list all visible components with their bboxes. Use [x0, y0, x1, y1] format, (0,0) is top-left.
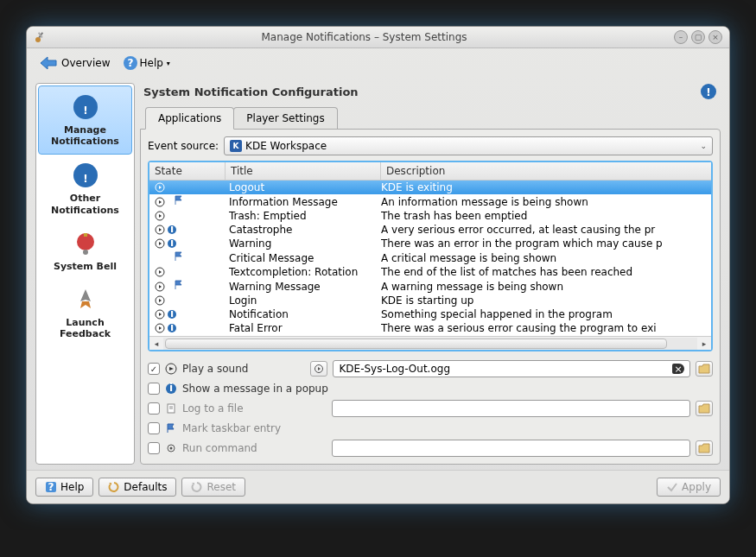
svg-text:?: ? — [127, 57, 133, 69]
row-state: i — [149, 309, 226, 320]
row-description: A warning message is being shown — [381, 281, 711, 293]
events-table: State Title Description LogoutKDE is exi… — [148, 161, 713, 351]
run-command-checkbox[interactable] — [148, 442, 160, 454]
row-state — [149, 195, 226, 208]
table-row[interactable]: Information MessageAn information messag… — [149, 194, 711, 209]
table-row[interactable]: Textcompletion: RotationThe end of the l… — [149, 265, 711, 279]
info-icon: ! — [72, 93, 99, 121]
svg-text:!: ! — [83, 173, 87, 185]
event-source-combo[interactable]: K KDE Workspace ⌄ — [224, 136, 713, 155]
table-row[interactable]: iFatal ErrorThere was a serious error ca… — [149, 321, 711, 335]
table-body[interactable]: LogoutKDE is exitingInformation MessageA… — [149, 180, 711, 336]
row-title: Information Message — [226, 196, 381, 208]
sidebar-item-3[interactable]: LaunchFeedback — [38, 279, 132, 346]
help-icon: ? — [123, 55, 138, 71]
row-state: i — [149, 225, 226, 235]
sidebar-item-label: System Bell — [54, 261, 117, 272]
row-description: There was an error in the program which … — [381, 237, 711, 250]
sidebar-item-1[interactable]: !OtherNotifications — [38, 155, 132, 222]
scroll-right-button[interactable]: ▸ — [697, 338, 711, 350]
row-description: The end of the list of matches has been … — [381, 266, 711, 278]
svg-rect-10 — [84, 233, 87, 237]
row-description: An information message is being shown — [381, 196, 711, 208]
row-title: Trash: Emptied — [226, 210, 381, 222]
table-row[interactable]: LoginKDE is starting up — [149, 294, 711, 307]
window-icon — [34, 30, 48, 44]
row-title: Logout — [226, 181, 381, 193]
mark-taskbar-label: Mark taskbar entry — [182, 422, 281, 434]
table-row[interactable]: iWarningThere was an error in the progra… — [149, 237, 711, 250]
row-title: Warning Message — [226, 281, 381, 293]
browse-log-button[interactable] — [696, 401, 713, 416]
column-title[interactable]: Title — [226, 162, 381, 180]
scroll-track[interactable] — [163, 338, 697, 350]
sidebar-item-label: ManageNotifications — [51, 124, 119, 147]
row-description: A critical message is being shown — [381, 252, 711, 264]
reset-button[interactable]: Reset — [181, 478, 245, 497]
table-row[interactable]: LogoutKDE is exiting — [149, 180, 711, 194]
show-popup-checkbox[interactable] — [148, 383, 160, 395]
sidebar-item-0[interactable]: !ManageNotifications — [38, 85, 132, 155]
event-source-label: Event source: — [148, 140, 219, 152]
column-state[interactable]: State — [149, 162, 226, 180]
popup-icon: i — [165, 383, 177, 395]
log-file-checkbox[interactable] — [148, 402, 160, 415]
svg-point-41 — [170, 447, 173, 450]
row-state: i — [149, 323, 226, 333]
svg-text:i: i — [170, 225, 174, 235]
tab-player-settings[interactable]: Player Settings — [233, 107, 337, 129]
reset-button-label: Reset — [206, 481, 236, 493]
row-state — [149, 267, 226, 277]
log-file-input[interactable] — [332, 400, 690, 417]
browse-command-button[interactable] — [696, 440, 713, 456]
table-row[interactable]: Logout CanceledKDE logout was canceled — [149, 335, 711, 336]
row-title: Notification — [226, 308, 381, 320]
browse-sound-button[interactable] — [696, 361, 713, 377]
help-label: Help — [140, 57, 163, 69]
help-button[interactable]: ? Help — [35, 478, 93, 497]
mark-taskbar-checkbox[interactable] — [148, 422, 160, 434]
overview-button[interactable]: Overview — [35, 54, 114, 73]
reset-icon — [191, 481, 203, 493]
defaults-button[interactable]: Defaults — [98, 478, 176, 497]
table-row[interactable]: iNotificationSomething special happened … — [149, 307, 711, 321]
content-header: System Notification Configuration ! — [140, 83, 721, 107]
row-description: A very serious error occurred, at least … — [381, 224, 711, 236]
row-state — [149, 182, 226, 193]
kde-icon: K — [230, 140, 242, 152]
minimize-button[interactable]: – — [674, 30, 688, 44]
defaults-icon — [108, 481, 120, 493]
table-row[interactable]: Warning MessageA warning message is bein… — [149, 279, 711, 294]
scroll-thumb[interactable] — [165, 339, 667, 349]
run-command-input[interactable] — [332, 440, 690, 457]
table-row[interactable]: Trash: EmptiedThe trash has been emptied — [149, 209, 711, 223]
svg-text:i: i — [170, 323, 174, 333]
row-state — [149, 211, 226, 221]
row-state — [149, 280, 226, 293]
run-command-label: Run command — [182, 442, 257, 454]
help-menu[interactable]: ? Help ▾ — [123, 55, 170, 71]
play-sound-checkbox[interactable] — [148, 363, 160, 375]
row-description: Something special happened in the progra… — [381, 308, 711, 320]
column-description[interactable]: Description — [381, 162, 711, 180]
scroll-left-button[interactable]: ◂ — [149, 338, 163, 350]
defaults-button-label: Defaults — [124, 481, 167, 493]
tab-applications[interactable]: Applications — [145, 107, 234, 130]
notification-options: Play a sound KDE-Sys-Log-Out.ogg × i Sho… — [148, 360, 713, 457]
table-row[interactable]: iCatastropheA very serious error occurre… — [149, 223, 711, 237]
svg-text:!: ! — [706, 86, 710, 98]
sidebar-item-2[interactable]: System Bell — [38, 223, 132, 279]
sound-file-input[interactable]: KDE-Sys-Log-Out.ogg × — [333, 360, 690, 377]
preview-sound-button[interactable] — [310, 361, 327, 377]
sidebar-item-label: LaunchFeedback — [60, 317, 111, 339]
table-row[interactable]: Critical MessageA critical message is be… — [149, 250, 711, 265]
close-button[interactable]: × — [708, 30, 722, 44]
clear-sound-button[interactable]: × — [672, 364, 684, 374]
maximize-button[interactable]: ▢ — [691, 30, 705, 44]
gear-icon — [165, 442, 177, 454]
page-title: System Notification Configuration — [143, 85, 700, 98]
chevron-down-icon: ▾ — [167, 60, 170, 67]
horizontal-scrollbar[interactable]: ◂ ▸ — [149, 336, 711, 350]
apply-button[interactable]: Apply — [657, 478, 721, 497]
table-header: State Title Description — [149, 162, 711, 180]
